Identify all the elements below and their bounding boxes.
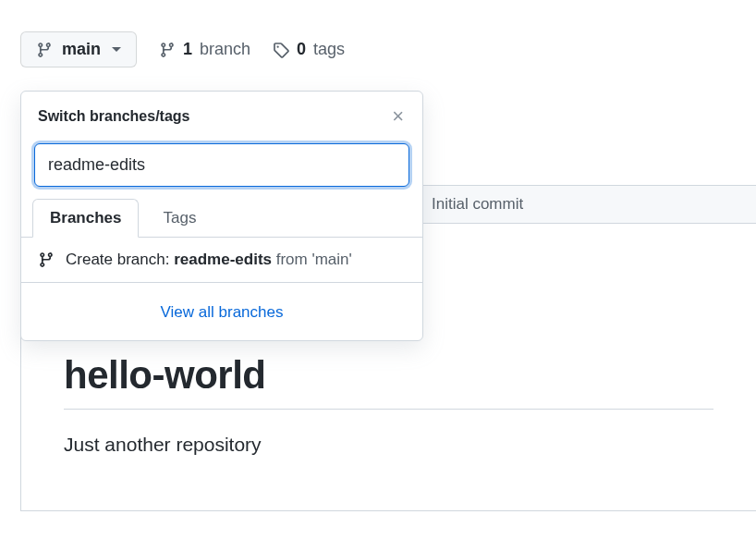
create-branch-name: readme-edits <box>174 251 272 268</box>
tag-count: 0 <box>297 40 306 59</box>
readme-body: Just another repository <box>64 434 713 456</box>
create-branch-item[interactable]: Create branch: readme-edits from 'main' <box>21 238 422 283</box>
caret-down-icon <box>112 47 121 52</box>
tag-count-label: tags <box>313 40 345 59</box>
create-branch-prefix: Create branch: <box>66 251 174 268</box>
commit-message[interactable]: Initial commit <box>432 195 523 214</box>
view-all-branches-link[interactable]: View all branches <box>161 303 284 321</box>
branches-link[interactable]: 1 branch <box>159 40 250 59</box>
repo-toolbar: main 1 branch 0 tags <box>0 0 756 77</box>
tab-tags[interactable]: Tags <box>146 199 213 238</box>
tag-icon <box>273 42 289 58</box>
branch-switcher-popover: Switch branches/tags × Branches Tags Cre… <box>20 91 423 341</box>
branch-search-input[interactable] <box>34 143 409 187</box>
create-branch-from: from 'main' <box>272 251 352 268</box>
readme-title: hello-world <box>64 353 713 410</box>
branch-icon <box>159 42 176 58</box>
branch-icon <box>36 42 53 58</box>
popover-title: Switch branches/tags <box>38 108 190 125</box>
popover-header: Switch branches/tags × <box>21 92 422 138</box>
create-branch-text: Create branch: readme-edits from 'main' <box>66 251 352 269</box>
branch-icon <box>38 251 55 268</box>
close-icon: × <box>392 104 404 128</box>
tags-link[interactable]: 0 tags <box>273 40 345 59</box>
search-wrap <box>21 138 422 198</box>
branch-count-label: branch <box>200 40 250 59</box>
close-button[interactable]: × <box>388 104 408 129</box>
branch-count: 1 <box>183 40 192 59</box>
popover-tabs: Branches Tags <box>21 198 422 238</box>
branch-selector-label: main <box>62 40 101 59</box>
branch-selector-button[interactable]: main <box>20 31 137 67</box>
view-all-row: View all branches <box>21 283 422 340</box>
tab-branches[interactable]: Branches <box>32 199 139 238</box>
